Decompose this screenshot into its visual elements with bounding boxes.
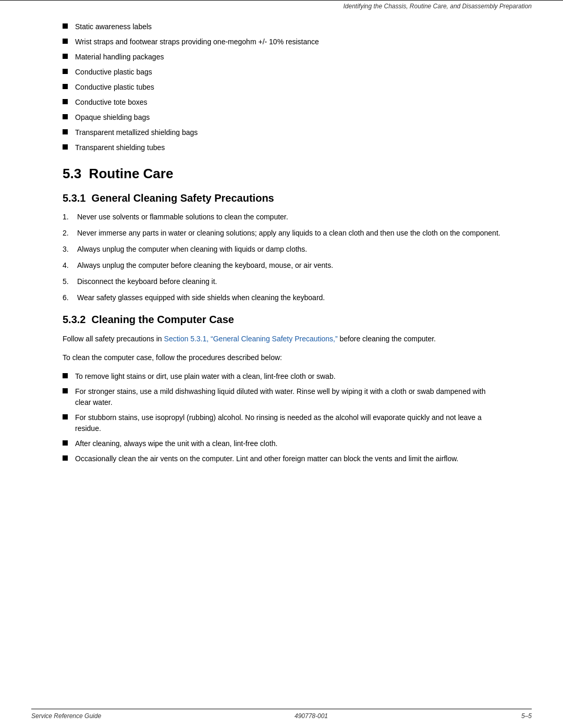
list-number: 4. bbox=[63, 260, 74, 271]
list-item: 5.Disconnect the keyboard before cleanin… bbox=[63, 276, 500, 287]
section-5-3-heading: 5.3 Routine Care bbox=[63, 166, 500, 182]
footer-center: 490778-001 bbox=[295, 712, 328, 720]
list-item: 3.Always unplug the computer when cleani… bbox=[63, 244, 500, 255]
footer-left: Service Reference Guide bbox=[31, 712, 101, 720]
list-item: To remove light stains or dirt, use plai… bbox=[63, 371, 500, 382]
footer: Service Reference Guide 490778-001 5–5 bbox=[31, 712, 532, 720]
header-divider bbox=[0, 0, 563, 1]
section-5-3-1-heading: 5.3.1 General Cleaning Safety Precaution… bbox=[63, 192, 500, 204]
bullet-icon bbox=[63, 129, 68, 134]
section-5-3-2-heading: 5.3.2 Cleaning the Computer Case bbox=[63, 314, 500, 326]
list-item: 6.Wear safety glasses equipped with side… bbox=[63, 292, 500, 303]
list-item: 2.Never immerse any parts in water or cl… bbox=[63, 228, 500, 239]
bullet-icon bbox=[63, 414, 68, 419]
list-number: 2. bbox=[63, 228, 74, 239]
bullet-icon bbox=[63, 54, 68, 59]
list-item: Wrist straps and footwear straps providi… bbox=[63, 36, 500, 47]
list-item: After cleaning, always wipe the unit wit… bbox=[63, 438, 500, 449]
section-5-3-2-intro-1: Follow all safety precautions in Section… bbox=[63, 333, 500, 344]
list-item: 4.Always unplug the computer before clea… bbox=[63, 260, 500, 271]
list-item: Conductive plastic bags bbox=[63, 67, 500, 78]
header-text: Identifying the Chassis, Routine Care, a… bbox=[0, 3, 563, 16]
bullet-icon bbox=[63, 455, 68, 461]
list-item: For stubborn stains, use isopropyl (rubb… bbox=[63, 412, 500, 434]
cleaning-safety-list: 1.Never use solvents or flammable soluti… bbox=[63, 212, 500, 303]
list-number: 5. bbox=[63, 276, 74, 287]
content-area: Static awareness labelsWrist straps and … bbox=[0, 16, 563, 506]
section-5-3-1-link[interactable]: Section 5.3.1, “General Cleaning Safety … bbox=[164, 335, 338, 343]
list-item: Transparent shielding tubes bbox=[63, 142, 500, 153]
section-5-3-2-intro-2: To clean the computer case, follow the p… bbox=[63, 352, 500, 363]
page-container: Identifying the Chassis, Routine Care, a… bbox=[0, 0, 563, 728]
list-item: Conductive tote boxes bbox=[63, 97, 500, 108]
bullet-icon bbox=[63, 39, 68, 44]
list-number: 3. bbox=[63, 244, 74, 255]
list-item: For stronger stains, use a mild dishwash… bbox=[63, 386, 500, 408]
list-number: 6. bbox=[63, 292, 74, 303]
computer-case-bullet-list: To remove light stains or dirt, use plai… bbox=[63, 371, 500, 464]
bullet-icon bbox=[63, 23, 68, 29]
list-item: Material handling packages bbox=[63, 52, 500, 63]
list-item: Conductive plastic tubes bbox=[63, 82, 500, 93]
bullet-icon bbox=[63, 114, 68, 119]
list-item: Static awareness labels bbox=[63, 21, 500, 32]
list-item: Transparent metallized shielding bags bbox=[63, 127, 500, 138]
bullet-icon bbox=[63, 69, 68, 74]
footer-divider bbox=[31, 709, 532, 709]
bullet-icon bbox=[63, 440, 68, 446]
bullet-icon bbox=[63, 388, 68, 393]
list-item: Occasionally clean the air vents on the … bbox=[63, 453, 500, 464]
list-item: 1.Never use solvents or flammable soluti… bbox=[63, 212, 500, 223]
footer-right: 5–5 bbox=[521, 712, 532, 720]
bullet-icon bbox=[63, 144, 68, 150]
list-number: 1. bbox=[63, 212, 74, 223]
bullet-icon bbox=[63, 84, 68, 89]
bullet-icon bbox=[63, 99, 68, 104]
list-item: Opaque shielding bags bbox=[63, 112, 500, 123]
intro-bullet-list: Static awareness labelsWrist straps and … bbox=[63, 21, 500, 153]
bullet-icon bbox=[63, 373, 68, 378]
